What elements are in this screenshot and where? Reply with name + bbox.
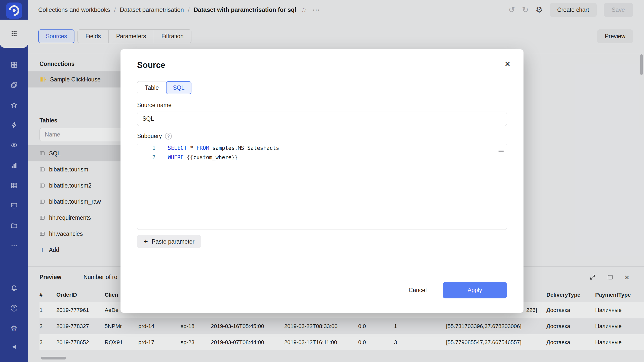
source-name-input[interactable] [137,112,507,126]
plus-icon: + [144,238,148,245]
line-number: 2 [137,153,155,162]
subquery-label-row: Subquery ? [137,133,507,140]
source-type-segments: Table SQL [137,81,507,94]
segment-table[interactable]: Table [137,81,166,94]
help-icon[interactable]: ? [165,133,172,140]
cancel-button[interactable]: Cancel [399,282,436,298]
segment-sql[interactable]: SQL [166,81,191,94]
dialog-footer: Cancel Apply [399,282,507,298]
code-line: 1 SELECT * FROM samples.MS_SalesFacts [137,144,507,153]
close-dialog-button[interactable]: × [505,59,510,69]
editor-collapse-handle[interactable] [498,151,504,152]
code-line: 2 WHERE {{custom_where}} [137,153,507,162]
screen: ? ⚙ ◀ Collections and workbooks / Datase… [0,0,644,362]
source-dialog: Source × Table SQL Source name Subquery … [120,49,524,313]
source-name-label: Source name [137,102,507,109]
code-text: WHERE {{custom_where}} [155,153,238,162]
close-icon: × [505,58,510,69]
line-number: 1 [137,144,155,153]
subquery-label: Subquery [137,133,162,140]
sql-code-editor[interactable]: 1 SELECT * FROM samples.MS_SalesFacts 2 … [137,143,507,230]
apply-button[interactable]: Apply [443,282,507,298]
paste-parameter-label: Paste parameter [152,238,194,245]
code-text: SELECT * FROM samples.MS_SalesFacts [155,144,279,153]
paste-parameter-button[interactable]: + Paste parameter [137,235,201,248]
dialog-title: Source [137,60,507,70]
